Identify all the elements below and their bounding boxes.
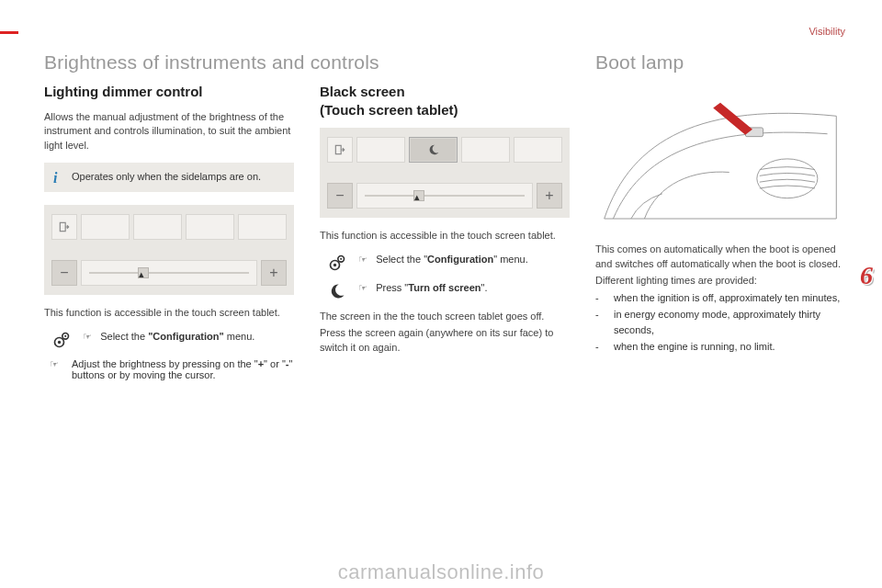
svg-point-4 [64,334,66,336]
slider-minus-button: − [51,260,77,286]
slider-minus-button: − [327,183,353,209]
boot-list: -when the ignition is off, approximately… [595,290,845,355]
moon-tile [409,137,458,163]
blank-tile [186,214,234,240]
slider-track: ▴ [356,183,533,209]
info-box: i Operates only when the sidelamps are o… [44,163,294,191]
heading-boot-lamp: Boot lamp [595,51,845,74]
boot-item-1: when the ignition is off, approximately … [614,290,840,306]
gear-icon [325,253,349,272]
slider-plus-button: + [537,183,562,209]
section-number-badge: 6 [851,257,882,294]
slider-thumb: ▴ [138,267,149,278]
dimmer-screenshot: − ▴ + [44,205,294,295]
svg-point-9 [340,258,342,260]
bullet-action: ☞ [83,331,92,342]
slider-track: ▴ [81,260,257,286]
subheading-black-screen: Black screen (Touch screen tablet) [320,83,570,119]
bullet-action: ☞ [50,358,62,380]
svg-point-7 [334,264,336,266]
column-boot-lamp: This comes on automatically when the boo… [595,83,845,390]
moon-icon [325,281,349,300]
step-select-config: ☞ Select the "Configuration" menu. [83,330,294,345]
blank-tile [133,214,182,240]
column-black-screen: Black screen (Touch screen tablet) − [320,83,570,390]
bullet-action: ☞ [358,282,368,293]
svg-rect-0 [60,222,65,231]
header-section-label: Visibility [808,26,845,37]
svg-rect-5 [335,145,341,153]
accent-bar [0,31,18,34]
info-text: Operates only when the sidelamps are on. [72,171,261,182]
blank-tile [81,214,130,240]
exit-icon [51,214,77,240]
step-adjust: ☞ Adjust the brightness by pressing on t… [50,358,294,380]
black-after-fig: This function is accessible in the touch… [320,229,570,243]
heading-brightness: Brightness of instruments and controls [44,51,570,74]
boot-p1: This comes on automatically when the boo… [595,243,845,272]
boot-lamp-figure [595,83,845,230]
slider-plus-button: + [261,260,287,286]
boot-item-2: in energy economy mode, approximately th… [614,307,845,337]
gear-icon [50,330,74,349]
step-turn-off: ☞ Press "Turn off screen". [358,281,570,296]
blank-tile [238,214,287,240]
dimmer-after-fig: This function is accessible in the touch… [44,306,294,321]
boot-item-3: when the engine is running, no limit. [614,339,775,355]
step-select-config-2: ☞ Select the "Configuration" menu. [358,253,570,267]
page-content: Brightness of instruments and controls B… [44,51,845,570]
black-outro-1: The screen in the the touch screen table… [320,310,570,324]
boot-p2: Different lighting times are provided: [595,274,845,288]
blank-tile [461,137,510,163]
column-dimmer: Lighting dimmer control Allows the manua… [44,83,294,390]
black-screen-screenshot: − ▴ + [320,128,570,218]
exit-icon [327,137,353,163]
svg-point-2 [58,340,61,343]
bullet-action: ☞ [358,254,368,265]
dimmer-intro: Allows the manual adjustment of the brig… [44,110,294,154]
subheading-dimmer: Lighting dimmer control [44,83,294,101]
slider-thumb: ▴ [413,190,424,201]
info-icon: i [53,168,57,188]
blank-tile [514,137,562,163]
blank-tile [356,137,405,163]
black-outro-2: Press the screen again (anywhere on its … [320,326,570,356]
